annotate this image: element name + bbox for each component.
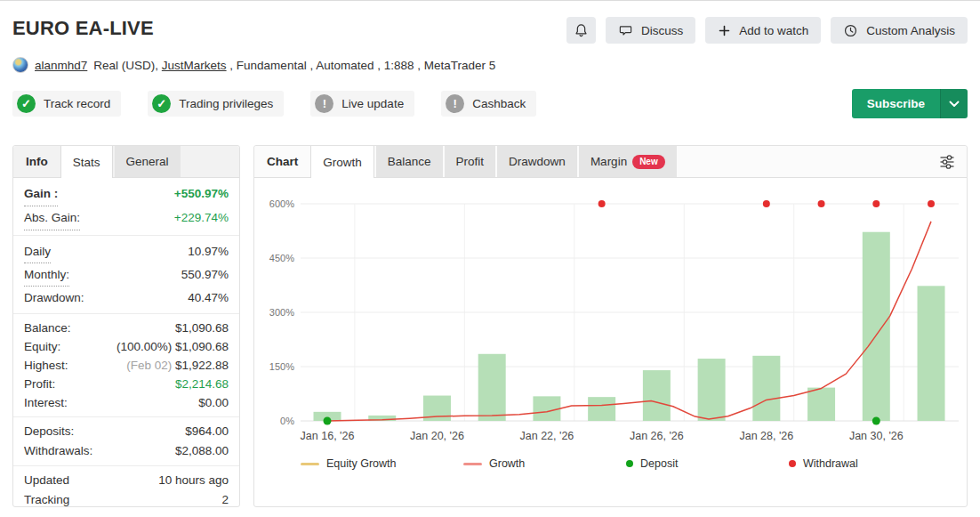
stat-row-drawdown: Drawdown:40.47% (24, 287, 229, 309)
stat-value-text: $2,214.68 (175, 377, 229, 391)
tab-label: Growth (323, 156, 362, 169)
filter-sliders-icon (938, 153, 956, 171)
discuss-button[interactable]: Discuss (606, 17, 695, 44)
withdrawal-marker (598, 200, 606, 207)
stat-label: Abs. Gain: (24, 206, 80, 230)
y-axis-tick: 600% (269, 198, 294, 209)
legend-item-equity-growth: Equity Growth (301, 457, 463, 470)
withdrawal-marker (928, 200, 935, 207)
stat-value: $0.00 (198, 393, 229, 412)
subscribe-button[interactable]: Subscribe (852, 89, 940, 118)
stat-label: Highest: (24, 356, 68, 375)
stat-row-interest: Interest:$0.00 (24, 393, 229, 412)
add-to-watch-button[interactable]: Add to watch (705, 17, 821, 44)
legend-swatch-growth (463, 463, 482, 465)
stat-value: 10 hours ago (158, 471, 229, 490)
stat-label: Drawdown: (24, 287, 84, 309)
deposit-marker (872, 417, 880, 425)
growth-bar (588, 397, 615, 421)
tab-label: Drawdown (509, 155, 566, 168)
status-badge-track-record[interactable]: ✓Track record (12, 91, 121, 117)
custom-analysis-label: Custom Analysis (866, 24, 955, 37)
account-attributes-text: , Fundamental , Automated , 1:888 , Meta… (227, 59, 496, 72)
tab-profit[interactable]: Profit (445, 146, 496, 177)
tab-growth[interactable]: Growth (310, 146, 374, 178)
x-axis-tick: Jan 26, '26 (630, 430, 684, 442)
avatar[interactable] (12, 57, 28, 73)
badges-row: ✓Track record✓Trading privileges!Live up… (0, 91, 980, 121)
check-icon: ✓ (152, 94, 171, 113)
legend-swatch-equity-growth (301, 463, 319, 465)
stat-value-text: $1,922.88 (175, 359, 229, 372)
subscribe-dropdown-button[interactable] (940, 89, 968, 118)
add-to-watch-label: Add to watch (739, 24, 808, 37)
stat-value: 2 (221, 490, 229, 510)
tab-drawdown[interactable]: Drawdown (497, 146, 577, 177)
stat-row-withdrawals: Withdrawals:$2,088.00 (24, 441, 229, 461)
withdrawal-marker (872, 200, 880, 207)
y-axis-tick: 450% (269, 253, 294, 263)
growth-bar (698, 359, 726, 421)
page-header: EURO EA-LIVE Discuss Add to watch Custom… (0, 1, 980, 44)
stat-value: $2,214.68 (175, 375, 229, 393)
stat-row-balance: Balance:$1,090.68 (24, 319, 229, 337)
stat-value: +550.97% (174, 182, 229, 206)
growth-bar (533, 396, 560, 421)
info-group: Deposits:$964.00Withdrawals:$2,088.00 (13, 417, 239, 466)
legend-label: Growth (489, 457, 525, 470)
stat-label: Tracking (24, 490, 69, 510)
stat-row-highest: Highest:(Feb 02) $1,922.88 (24, 356, 229, 375)
stat-value-text: +229.74% (174, 211, 229, 224)
info-group: Daily10.97%Monthly:550.97%Drawdown:40.47… (13, 236, 239, 314)
tab-margin[interactable]: MarginNew (579, 146, 677, 177)
growth-bar (863, 232, 890, 421)
status-badge-trading-privileges[interactable]: ✓Trading privileges (148, 91, 284, 117)
notifications-button[interactable] (566, 17, 596, 44)
plus-icon (718, 24, 731, 37)
chart-settings-button[interactable] (938, 153, 956, 174)
tab-general[interactable]: General (115, 146, 181, 177)
stat-row-updated: Updated10 hours ago (24, 471, 229, 490)
badge-label: Track record (44, 97, 110, 110)
stat-label: Updated (24, 471, 69, 490)
growth-line (327, 222, 931, 421)
tab-label: Profit (456, 155, 485, 168)
badges-list: ✓Track record✓Trading privileges!Live up… (12, 91, 968, 117)
username-link[interactable]: alanmhd7 (35, 59, 87, 72)
stat-value: (Feb 02) $1,922.88 (126, 356, 229, 375)
broker-link[interactable]: JustMarkets (162, 59, 227, 72)
custom-analysis-button[interactable]: Custom Analysis (831, 17, 968, 44)
new-badge: New (632, 155, 665, 169)
stat-row-gain: Gain :+550.97% (24, 182, 229, 206)
account-type-text: Real (USD), (93, 59, 162, 72)
stat-label: Monthly: (24, 263, 69, 287)
stat-value: $2,088.00 (175, 441, 229, 461)
discuss-label: Discuss (641, 24, 683, 37)
stat-value-text: +550.97% (174, 187, 229, 200)
status-badge-cashback[interactable]: !Cashback (441, 91, 536, 117)
exclamation-icon: ! (315, 94, 333, 113)
info-panel: Info StatsGeneral Gain :+550.97%Abs. Gai… (12, 145, 240, 507)
discuss-bubble-icon (618, 23, 633, 37)
stat-value-text: $1,090.68 (175, 321, 229, 335)
stat-label: Withdrawals: (24, 441, 92, 461)
stat-row-equity: Equity:(100.00%) $1,090.68 (24, 337, 229, 356)
subscribe-split-button: Subscribe (852, 89, 968, 118)
tab-stats[interactable]: Stats (60, 146, 113, 178)
tab-balance[interactable]: Balance (376, 146, 443, 177)
stat-row-daily: Daily10.97% (24, 240, 229, 263)
stat-value: +229.74% (174, 206, 229, 230)
stat-label: Interest: (24, 393, 68, 412)
info-rows: Gain :+550.97%Abs. Gain:+229.74%Daily10.… (13, 178, 239, 514)
stat-row-profit: Profit:$2,214.68 (24, 375, 229, 393)
badge-label: Trading privileges (179, 97, 273, 110)
status-badge-live-update[interactable]: !Live update (310, 91, 414, 117)
x-axis-tick: Jan 20, '26 (410, 430, 464, 442)
stat-value-text: 10.97% (188, 245, 229, 258)
legend-item-withdrawal: Withdrawal (789, 457, 952, 470)
growth-bar (807, 388, 835, 421)
bell-icon (574, 22, 589, 38)
growth-bar (918, 286, 945, 421)
legend-swatch-deposit (626, 460, 633, 467)
stat-value-text: 40.47% (188, 291, 229, 304)
